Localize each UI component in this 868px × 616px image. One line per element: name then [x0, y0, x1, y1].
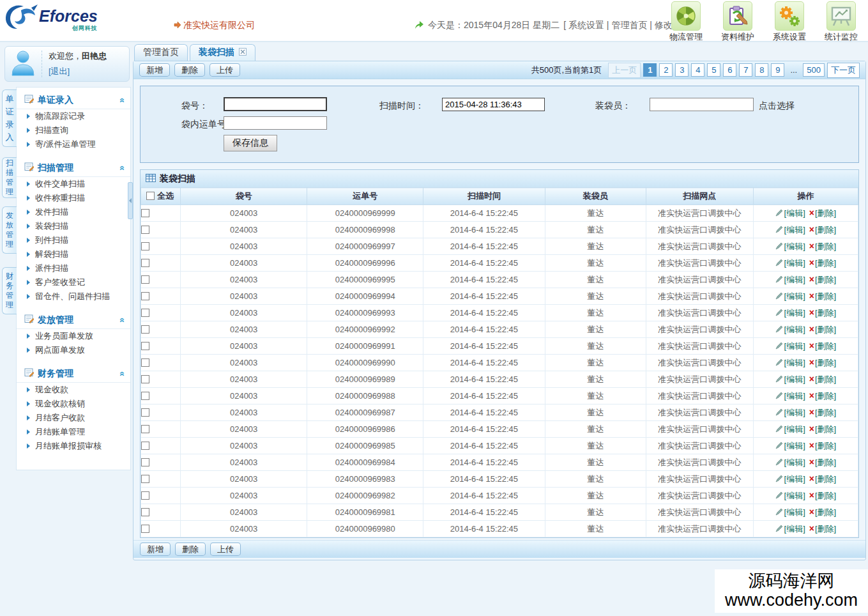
delete-link[interactable]: ×[删除] — [805, 374, 836, 384]
edit-link[interactable]: [编辑] — [775, 291, 805, 301]
upload-button[interactable]: 上传 — [209, 63, 240, 77]
delete-link[interactable]: ×[删除] — [805, 474, 836, 484]
sidebar-menu-item[interactable]: 现金收款核销 — [17, 397, 130, 411]
row-checkbox[interactable] — [141, 508, 149, 516]
row-checkbox[interactable] — [141, 226, 149, 234]
packer-input[interactable] — [650, 98, 754, 111]
edit-link[interactable]: [编辑] — [775, 341, 805, 351]
row-checkbox[interactable] — [141, 525, 149, 533]
sidebar-menu-item[interactable]: 收件交单扫描 — [17, 177, 130, 191]
row-checkbox[interactable] — [141, 275, 149, 284]
row-checkbox[interactable] — [141, 442, 149, 450]
row-checkbox[interactable] — [141, 375, 149, 383]
edit-link[interactable]: [编辑] — [775, 391, 805, 401]
header-link[interactable]: 系统设置 — [568, 20, 604, 30]
page-button-7[interactable]: 7 — [739, 63, 752, 77]
quick-icon-data-maintenance[interactable]: 资料维护 — [717, 1, 758, 43]
edit-link[interactable]: [编辑] — [775, 458, 805, 467]
sidebar-vertical-tab[interactable]: 单证录入 — [2, 89, 17, 147]
row-checkbox[interactable] — [141, 408, 149, 417]
sidebar-collapse-handle[interactable] — [128, 182, 133, 219]
upload-button[interactable]: 上传 — [210, 543, 241, 556]
edit-link[interactable]: [编辑] — [775, 408, 805, 417]
sidebar-section-header[interactable]: 扫描管理 « — [17, 159, 130, 177]
quick-icon-system-settings[interactable]: 系统设置 — [769, 1, 810, 43]
delete-link[interactable]: ×[删除] — [805, 424, 836, 434]
edit-link[interactable]: [编辑] — [775, 491, 805, 500]
row-checkbox[interactable] — [141, 342, 149, 350]
sidebar-vertical-tab[interactable]: 扫描管理 — [2, 157, 17, 198]
delete-link[interactable]: ×[删除] — [805, 341, 836, 351]
edit-link[interactable]: [编辑] — [775, 374, 805, 384]
edit-link[interactable]: [编辑] — [775, 242, 805, 251]
sidebar-menu-item[interactable]: 派件扫描 — [17, 261, 130, 275]
sidebar-menu-item[interactable]: 月结客户收款 — [17, 411, 130, 425]
delete-button[interactable]: 删除 — [175, 543, 206, 556]
delete-link[interactable]: ×[删除] — [805, 258, 836, 268]
quick-icon-logistics[interactable]: 物流管理 — [666, 1, 706, 43]
sidebar-section-header[interactable]: 发放管理 « — [17, 311, 130, 329]
page-button-4[interactable]: 4 — [691, 63, 704, 77]
page-button-3[interactable]: 3 — [675, 63, 689, 77]
row-checkbox[interactable] — [141, 392, 149, 400]
delete-link[interactable]: ×[删除] — [805, 275, 836, 284]
edit-link[interactable]: [编辑] — [775, 308, 805, 318]
collapse-chevron-icon[interactable]: « — [118, 166, 128, 171]
sidebar-vertical-tab[interactable]: 发放管理 — [2, 206, 17, 254]
packer-picker-link[interactable]: 点击选择 — [759, 100, 795, 112]
delete-link[interactable]: ×[删除] — [805, 507, 836, 517]
sidebar-menu-item[interactable]: 现金收款 — [17, 383, 130, 397]
page-button-500[interactable]: 500 — [803, 63, 825, 77]
edit-link[interactable]: [编辑] — [775, 441, 805, 450]
collapse-chevron-icon[interactable]: « — [118, 318, 128, 323]
sidebar-section-header[interactable]: 财务管理 « — [17, 365, 130, 383]
sidebar-menu-item[interactable]: 发件扫描 — [17, 205, 130, 219]
sidebar-menu-item[interactable]: 留仓件、问题件扫描 — [17, 289, 130, 304]
sidebar-menu-item[interactable]: 业务员面单发放 — [17, 329, 130, 343]
delete-button[interactable]: 删除 — [174, 63, 205, 77]
edit-link[interactable]: [编辑] — [775, 258, 805, 268]
page-button-2[interactable]: 2 — [659, 63, 673, 77]
delete-link[interactable]: ×[删除] — [805, 408, 836, 417]
page-button-8[interactable]: 8 — [755, 63, 768, 77]
sidebar-menu-item[interactable]: 月结账单管理 — [17, 425, 130, 439]
edit-link[interactable]: [编辑] — [775, 225, 805, 235]
row-checkbox[interactable] — [141, 309, 149, 317]
delete-link[interactable]: ×[删除] — [805, 325, 836, 334]
sidebar-menu-item[interactable]: 收件称重扫描 — [17, 191, 130, 205]
row-checkbox[interactable] — [141, 325, 149, 334]
select-all-checkbox[interactable] — [146, 192, 155, 200]
sidebar-menu-item[interactable]: 客户签收登记 — [17, 275, 130, 289]
row-checkbox[interactable] — [141, 209, 149, 217]
delete-link[interactable]: ×[删除] — [805, 441, 836, 450]
row-checkbox[interactable] — [141, 259, 149, 267]
logout-link[interactable]: [退出] — [49, 66, 70, 77]
row-checkbox[interactable] — [141, 458, 149, 466]
row-checkbox[interactable] — [141, 475, 149, 483]
sidebar-vertical-tab[interactable]: 财务管理 — [2, 267, 17, 314]
sidebar-menu-item[interactable]: 解袋扫描 — [17, 247, 130, 261]
edit-link[interactable]: [编辑] — [775, 358, 805, 367]
page-button-5[interactable]: 5 — [707, 63, 720, 77]
sidebar-menu-item[interactable]: 到件扫描 — [17, 233, 130, 247]
row-checkbox[interactable] — [141, 242, 149, 250]
row-checkbox[interactable] — [141, 358, 149, 367]
tab[interactable]: 管理首页 — [134, 44, 188, 61]
collapse-chevron-icon[interactable]: « — [118, 98, 128, 103]
sidebar-menu-item[interactable]: 月结账单报损审核 — [17, 439, 130, 453]
save-button[interactable]: 保存信息 — [224, 135, 277, 151]
page-button-1[interactable]: 1 — [643, 63, 657, 77]
tab[interactable]: 装袋扫描 — [190, 44, 255, 61]
row-checkbox[interactable] — [141, 292, 149, 300]
sidebar-section-header[interactable]: 单证录入 « — [17, 91, 130, 109]
bag-number-input[interactable] — [224, 97, 327, 111]
quick-icon-statistics[interactable]: 统计监控 — [821, 1, 862, 43]
sidebar-menu-item[interactable]: 物流跟踪记录 — [17, 109, 130, 123]
edit-link[interactable]: [编辑] — [775, 275, 805, 284]
edit-link[interactable]: [编辑] — [775, 507, 805, 517]
delete-link[interactable]: ×[删除] — [805, 491, 836, 500]
sidebar-menu-item[interactable]: 装袋扫描 — [17, 219, 130, 233]
delete-link[interactable]: ×[删除] — [805, 208, 836, 218]
row-checkbox[interactable] — [141, 425, 149, 433]
scan-time-input[interactable] — [442, 98, 545, 111]
